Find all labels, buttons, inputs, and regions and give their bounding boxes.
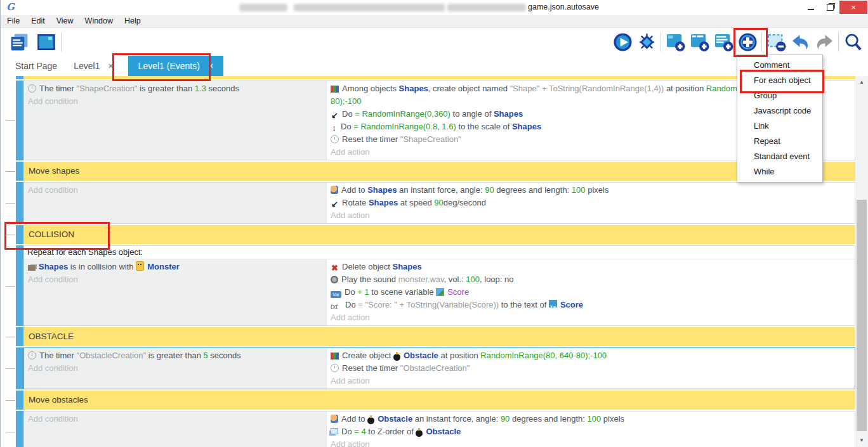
context-menu-item-group[interactable]: Group: [737, 88, 822, 103]
tab-close-icon[interactable]: ×: [208, 61, 213, 71]
menu-help[interactable]: Help: [119, 15, 147, 27]
text-segment: Do: [345, 300, 358, 309]
menu-window[interactable]: Window: [79, 15, 119, 27]
event-indent-bar[interactable]: [16, 347, 23, 389]
create-icon: [331, 86, 339, 93]
event-indent-bar[interactable]: [16, 327, 23, 346]
debug-icon[interactable]: [635, 31, 658, 53]
add-other-event-icon[interactable]: [736, 31, 759, 53]
foreach-header[interactable]: Repeat for each Shapes object:: [24, 246, 855, 259]
tab-start-page[interactable]: Start Page: [7, 56, 65, 76]
close-button[interactable]: ×: [839, 1, 867, 14]
action-row[interactable]: Do + 1 to scene variable Score: [327, 286, 810, 299]
action-row[interactable]: Do = "Score: " + ToString(Variable(Score…: [327, 299, 810, 311]
add-condition[interactable]: Add condition: [24, 362, 326, 375]
condition-row[interactable]: Shapes is in collision with Monster: [24, 261, 326, 273]
context-menu-item-for-each-object[interactable]: For each object: [737, 73, 822, 88]
add-sub-event-icon[interactable]: [688, 31, 711, 53]
monster-icon: [136, 261, 144, 271]
textobj-icon: [549, 300, 557, 308]
event-indent-bar[interactable]: [16, 81, 23, 160]
text-segment: "ObstacleCreation": [400, 363, 470, 373]
context-menu-item-comment[interactable]: Comment: [737, 58, 822, 73]
scroll-down-arrow[interactable]: ▼: [855, 436, 868, 446]
text-segment: Reset the timer: [342, 363, 400, 373]
search-icon[interactable]: [841, 31, 864, 53]
event-indent-bar[interactable]: [16, 182, 23, 224]
redacted-title-text: [447, 4, 526, 11]
tab-level1-events[interactable]: Level1 (Events)×: [128, 56, 223, 76]
event-indent-bar[interactable]: [16, 225, 23, 244]
menu-view[interactable]: View: [51, 15, 79, 27]
menu-file[interactable]: File: [1, 15, 25, 27]
comment-body[interactable]: Move obstacles: [23, 391, 855, 410]
play-button-icon[interactable]: [611, 31, 634, 53]
context-menu-item-repeat[interactable]: Repeat: [737, 134, 822, 149]
add-action[interactable]: Add action: [327, 438, 810, 447]
event-columns: The timer "ObstacleCreation" is greater …: [24, 348, 855, 389]
delete-event-icon[interactable]: [765, 31, 787, 53]
restore-button[interactable]: [820, 1, 839, 14]
text-segment: Score: [447, 287, 469, 297]
comment-body[interactable]: COLLISION: [23, 225, 855, 244]
text-segment: = "Score: " + ToString(Variable(Score)): [358, 300, 499, 309]
action-row[interactable]: Play the sound monster.wav, vol.: 100, l…: [327, 273, 810, 286]
context-menu-item-standard-event[interactable]: Standard event: [737, 149, 822, 164]
text-segment: Rotate: [342, 198, 369, 207]
tab-close-icon[interactable]: ×: [108, 61, 113, 71]
context-menu-item-link[interactable]: Link: [737, 119, 822, 134]
add-condition[interactable]: Add condition: [24, 413, 326, 425]
conditions-column: The timer "ObstacleCreation" is greater …: [24, 348, 326, 389]
vertical-scrollbar[interactable]: ▲ ▼: [855, 76, 868, 447]
add-action[interactable]: Add action: [327, 209, 810, 222]
event-columns: Add conditionAdd to Shapes an instant fo…: [24, 183, 855, 223]
action-row[interactable]: Delete object Shapes: [327, 261, 810, 273]
event-indent-bar[interactable]: [16, 411, 23, 447]
action-row[interactable]: Create object Obstacle at position Rando…: [327, 349, 810, 362]
add-condition[interactable]: Add condition: [24, 184, 326, 197]
title-bar: G game.json.autosave ×: [1, 0, 868, 15]
scene-editor-icon[interactable]: [34, 31, 57, 53]
comment-text: Move obstacles: [23, 391, 855, 410]
toolbar: [1, 28, 868, 56]
comment-body[interactable]: [23, 76, 855, 79]
redacted-title-text: [294, 4, 445, 11]
action-row[interactable]: Add to Shapes an instant force, angle: 9…: [327, 184, 810, 197]
action-row[interactable]: Add to Obstacle an instant force, angle:…: [327, 413, 810, 425]
scrollbar-thumb[interactable]: [857, 200, 867, 431]
add-condition[interactable]: Add condition: [24, 273, 326, 286]
event-indent-bar[interactable]: [16, 391, 23, 410]
window-controls: ×: [801, 1, 867, 14]
add-action[interactable]: Add action: [327, 311, 810, 324]
context-menu-item-while[interactable]: While: [737, 164, 822, 179]
menu-edit[interactable]: Edit: [25, 15, 51, 27]
text-segment: to angle of: [450, 109, 494, 119]
context-menu-item-javascript-code[interactable]: Javascript code: [737, 103, 822, 119]
minimize-button[interactable]: [801, 1, 820, 14]
delete-icon: [331, 262, 339, 270]
action-row[interactable]: Rotate Shapes at speed 90deg/second: [327, 197, 810, 209]
tab-level1[interactable]: Level1×: [65, 56, 121, 76]
text-segment: Monster: [147, 262, 180, 271]
text-segment: Do: [341, 427, 354, 436]
undo-icon[interactable]: [789, 31, 812, 53]
project-manager-icon[interactable]: [8, 31, 30, 53]
text-segment: 100: [466, 275, 480, 284]
action-row[interactable]: Reset the timer "ObstacleCreation": [327, 362, 810, 375]
event-indent-bar[interactable]: [16, 76, 23, 79]
redo-icon[interactable]: [813, 31, 836, 53]
add-action[interactable]: Add action: [327, 375, 810, 387]
add-condition[interactable]: Add condition: [24, 95, 326, 108]
comment-body[interactable]: OBSTACLE: [23, 327, 855, 346]
text-segment: The timer: [39, 351, 77, 360]
scroll-up-arrow[interactable]: ▲: [855, 77, 868, 87]
event-indent-bar[interactable]: [16, 162, 23, 181]
action-row[interactable]: Do = 4 to Z-order of Obstacle: [327, 425, 810, 438]
condition-row[interactable]: The timer "ObstacleCreation" is greater …: [24, 349, 326, 362]
condition-row[interactable]: The timer "ShapeCreation" is greater tha…: [24, 82, 326, 95]
add-event-icon[interactable]: [664, 31, 687, 53]
event-indent-bar[interactable]: [16, 245, 23, 326]
add-comment-icon[interactable]: [712, 31, 735, 53]
comment-body[interactable]: Move shapes: [23, 162, 855, 181]
tab-label: Level1 (Events): [138, 61, 200, 71]
